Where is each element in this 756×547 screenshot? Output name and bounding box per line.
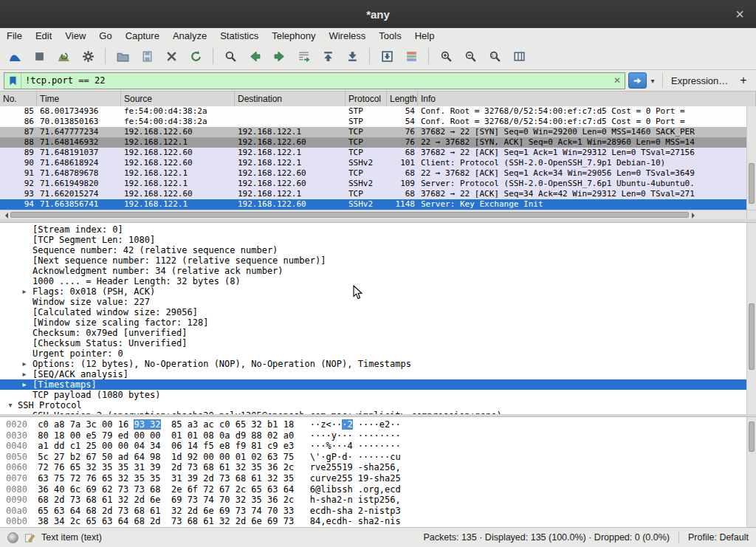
vscrollbar-thumb[interactable] bbox=[749, 422, 755, 452]
go-to-packet-button[interactable] bbox=[295, 47, 312, 65]
details-vscrollbar[interactable] bbox=[746, 223, 756, 414]
go-back-button[interactable] bbox=[246, 47, 264, 65]
packet-row-88[interactable]: 8871.648146932192.168.122.1192.168.122.6… bbox=[0, 137, 746, 148]
menu-capture[interactable]: Capture bbox=[119, 28, 166, 43]
start-capture-button[interactable] bbox=[6, 47, 24, 65]
filter-dropdown-caret[interactable]: ▾ bbox=[647, 72, 659, 89]
detail-line-9[interactable]: [Window size scaling factor: 128] bbox=[0, 317, 746, 328]
filter-clear-icon[interactable]: ✕ bbox=[610, 75, 625, 86]
filter-bookmark-icon[interactable] bbox=[4, 73, 21, 89]
detail-line-6[interactable]: ▸Flags: 0x018 (PSH, ACK) bbox=[0, 286, 746, 297]
hex-vscrollbar[interactable] bbox=[746, 417, 756, 527]
detail-line-11[interactable]: [Checksum Status: Unverified] bbox=[0, 338, 746, 348]
packet-row-89[interactable]: 8971.648191037192.168.122.60192.168.122.… bbox=[0, 148, 746, 158]
capture-comment-icon[interactable] bbox=[24, 532, 35, 543]
expander-collapsed-icon[interactable]: ▸ bbox=[20, 286, 29, 297]
menu-help[interactable]: Help bbox=[408, 28, 441, 43]
menu-edit[interactable]: Edit bbox=[29, 28, 58, 43]
packet-row-92[interactable]: 9271.661949820192.168.122.1192.168.122.6… bbox=[0, 179, 746, 189]
close-file-button[interactable] bbox=[162, 47, 180, 65]
packet-list-hscrollbar[interactable] bbox=[0, 210, 746, 219]
zoom-out-button[interactable] bbox=[461, 47, 479, 65]
restart-capture-button[interactable] bbox=[55, 47, 72, 65]
resize-columns-button[interactable] bbox=[510, 47, 528, 65]
column-header-source[interactable]: Source bbox=[121, 92, 235, 106]
vscrollbar-thumb[interactable] bbox=[749, 303, 755, 370]
capture-options-button[interactable] bbox=[79, 47, 97, 65]
filter-field[interactable]: ✕ bbox=[4, 72, 625, 89]
expander-expanded-icon[interactable]: ▾ bbox=[6, 400, 15, 410]
packet-row-91[interactable]: 9171.648789678192.168.122.1192.168.122.6… bbox=[0, 168, 746, 179]
vscrollbar-thumb[interactable] bbox=[749, 163, 755, 204]
hex-row-0040[interactable]: 0040 a1 dd c1 25 00 00 04 34 06 14 f5 e8… bbox=[6, 441, 746, 452]
go-last-button[interactable] bbox=[343, 47, 361, 65]
detail-line-1[interactable]: [TCP Segment Len: 1080] bbox=[0, 235, 746, 245]
go-forward-button[interactable] bbox=[270, 47, 288, 65]
detail-line-10[interactable]: Checksum: 0x79ed [unverified] bbox=[0, 328, 746, 338]
detail-line-14[interactable]: ▸[SEQ/ACK analysis] bbox=[0, 369, 746, 379]
filter-expression-button[interactable]: Expression… bbox=[667, 75, 732, 86]
open-file-button[interactable] bbox=[114, 47, 131, 65]
hex-row-0050[interactable]: 0050 5c 27 b2 67 50 ad 64 98 1d 92 00 00… bbox=[6, 452, 746, 463]
hex-row-0030[interactable]: 0030 80 18 00 e5 79 ed 00 00 01 01 08 0a… bbox=[6, 430, 746, 441]
profile-button[interactable]: Profile: Default bbox=[688, 532, 749, 543]
hex-row-0080[interactable]: 0080 36 40 6c 69 62 73 73 68 2e 6f 72 67… bbox=[6, 484, 746, 495]
column-header-time[interactable]: Time bbox=[37, 92, 121, 106]
column-header-info[interactable]: Info bbox=[418, 92, 756, 106]
window-close-button[interactable]: × bbox=[731, 5, 749, 23]
detail-line-8[interactable]: [Calculated window size: 29056] bbox=[0, 307, 746, 317]
reload-file-button[interactable] bbox=[187, 47, 205, 65]
find-packet-button[interactable] bbox=[221, 47, 239, 65]
menu-statistics[interactable]: Statistics bbox=[213, 28, 265, 43]
packet-row-94[interactable]: 9471.663856741192.168.122.1192.168.122.6… bbox=[0, 199, 746, 210]
zoom-in-button[interactable] bbox=[437, 47, 455, 65]
filter-apply-button[interactable] bbox=[628, 72, 647, 89]
go-first-button[interactable] bbox=[319, 47, 337, 65]
hex-row-0090[interactable]: 0090 68 2d 73 68 61 32 2d 6e 69 73 74 70… bbox=[6, 495, 746, 506]
hex-row-0060[interactable]: 0060 72 76 65 32 35 35 31 39 2d 73 68 61… bbox=[6, 462, 746, 473]
detail-line-7[interactable]: Window size value: 227 bbox=[0, 297, 746, 307]
column-header-length[interactable]: Length bbox=[387, 92, 418, 106]
detail-line-12[interactable]: Urgent pointer: 0 bbox=[0, 348, 746, 359]
stop-capture-button[interactable] bbox=[30, 47, 48, 65]
packet-row-86[interactable]: 8670.013850163fe:54:00:d4:38:2aSTP54Conf… bbox=[0, 117, 746, 127]
packet-list-vscrollbar[interactable] bbox=[746, 106, 756, 210]
hex-row-0020[interactable]: 0020 c0 a8 7a 3c 00 16 93 32 85 a3 ac c0… bbox=[6, 419, 746, 430]
detail-line-16[interactable]: TCP payload (1080 bytes) bbox=[0, 390, 746, 400]
expander-collapsed-icon[interactable]: ▸ bbox=[20, 359, 29, 369]
packet-row-90[interactable]: 9071.648618924192.168.122.60192.168.122.… bbox=[0, 158, 746, 168]
menu-wireless[interactable]: Wireless bbox=[322, 28, 372, 43]
packet-row-93[interactable]: 9371.662015274192.168.122.60192.168.122.… bbox=[0, 189, 746, 199]
column-header-no[interactable]: No. bbox=[0, 92, 37, 106]
scroll-left-icon[interactable] bbox=[2, 213, 8, 219]
detail-line-3[interactable]: [Next sequence number: 1122 (relative se… bbox=[0, 255, 746, 266]
save-file-button[interactable] bbox=[138, 47, 156, 65]
colorize-button[interactable] bbox=[402, 47, 420, 65]
menu-file[interactable]: File bbox=[0, 28, 29, 43]
menu-analyze[interactable]: Analyze bbox=[166, 28, 213, 43]
filter-add-button[interactable]: + bbox=[735, 74, 752, 87]
hex-row-0070[interactable]: 0070 63 75 72 76 65 32 35 35 31 39 2d 73… bbox=[6, 473, 746, 484]
column-header-protocol[interactable]: Protocol bbox=[346, 92, 387, 106]
menu-view[interactable]: View bbox=[58, 28, 92, 43]
detail-line-2[interactable]: Sequence number: 42 (relative sequence n… bbox=[0, 245, 746, 255]
hex-row-00a0[interactable]: 00a0 65 63 64 68 2d 73 68 61 32 2d 6e 69… bbox=[6, 506, 746, 517]
menu-telephony[interactable]: Telephony bbox=[265, 28, 322, 43]
hscrollbar-thumb[interactable] bbox=[10, 212, 689, 218]
hex-row-00b0[interactable]: 00b0 38 34 2c 65 63 64 68 2d 73 68 61 32… bbox=[6, 516, 746, 527]
menu-go[interactable]: Go bbox=[92, 28, 118, 43]
detail-line-4[interactable]: Acknowledgment number: 34 (relative ack … bbox=[0, 266, 746, 276]
scroll-right-icon[interactable] bbox=[692, 213, 698, 219]
detail-line-5[interactable]: 1000 .... = Header Length: 32 bytes (8) bbox=[0, 276, 746, 286]
detail-line-13[interactable]: ▸Options: (12 bytes), No-Operation (NOP)… bbox=[0, 359, 746, 369]
detail-line-15[interactable]: ▸[Timestamps] bbox=[0, 379, 746, 390]
menu-tools[interactable]: Tools bbox=[372, 28, 408, 43]
expander-collapsed-icon[interactable]: ▸ bbox=[20, 379, 29, 390]
packet-row-85[interactable]: 8568.001734936fe:54:00:d4:38:2aSTP54Conf… bbox=[0, 106, 746, 117]
auto-scroll-button[interactable] bbox=[378, 47, 396, 65]
detail-line-17[interactable]: ▾SSH Protocol bbox=[0, 400, 746, 410]
detail-line-0[interactable]: [Stream index: 0] bbox=[0, 224, 746, 235]
filter-input[interactable] bbox=[21, 73, 610, 89]
packet-row-87[interactable]: 8771.647777234192.168.122.60192.168.122.… bbox=[0, 127, 746, 137]
expert-info-icon[interactable] bbox=[7, 532, 18, 543]
